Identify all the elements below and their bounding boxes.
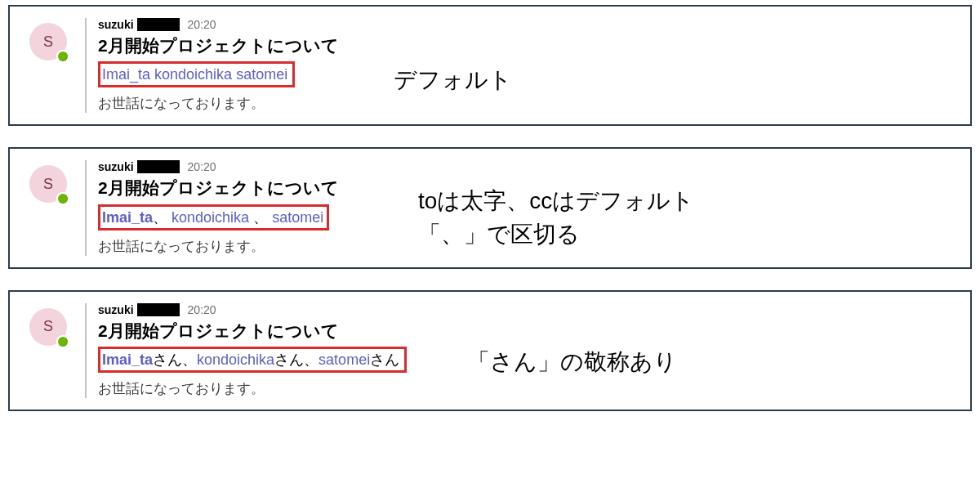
separator: 、: [253, 209, 268, 226]
message-subject: 2月開始プロジェクトについて: [98, 34, 970, 57]
presence-available-icon: [56, 192, 69, 205]
honorific: さん: [370, 351, 399, 368]
timestamp: 20:20: [188, 303, 216, 316]
message-header: suzuki 20:20: [98, 160, 970, 173]
timestamp: 20:20: [188, 160, 216, 173]
quote-bar: [85, 303, 87, 398]
avatar[interactable]: S: [29, 23, 67, 60]
avatar-initial: S: [43, 34, 53, 51]
annotation-label: デフォルト: [394, 64, 512, 97]
message-header: suzuki 20:20: [98, 303, 970, 316]
mention[interactable]: kondoichika: [197, 351, 274, 368]
mention[interactable]: kondoichika: [172, 209, 249, 226]
presence-available-icon: [56, 335, 69, 348]
annotation-label: toは太字、ccはデフォルト 「、」で区切る: [418, 185, 694, 251]
message-body: お世話になっております。: [98, 379, 970, 398]
mention[interactable]: satomei: [272, 209, 323, 226]
mention-line: Imai_ta kondoichika satomei: [98, 60, 970, 87]
mention[interactable]: satomei: [236, 66, 287, 83]
quote-bar: [85, 18, 87, 113]
message-card: S suzuki 20:20 2月開始プロジェクトについて Imai_taさん、…: [8, 290, 972, 411]
avatar-initial: S: [43, 318, 53, 335]
separator: さん、: [153, 351, 197, 368]
presence-available-icon: [56, 50, 69, 63]
message-header: suzuki 20:20: [98, 18, 970, 31]
mention[interactable]: satomei: [318, 351, 370, 368]
redacted-block: [137, 18, 180, 31]
mention[interactable]: Imai_ta: [102, 66, 150, 83]
timestamp: 20:20: [188, 18, 216, 31]
mention-highlight-box: Imai_ta kondoichika satomei: [98, 61, 295, 87]
message-card: S suzuki 20:20 2月開始プロジェクトについて Imai_ta ko…: [8, 5, 972, 126]
message-subject: 2月開始プロジェクトについて: [98, 320, 970, 342]
quote-bar: [85, 160, 87, 255]
avatar[interactable]: S: [29, 308, 67, 346]
separator: さん、: [274, 351, 318, 368]
mention[interactable]: Imai_ta: [102, 351, 153, 368]
message-content: suzuki 20:20 2月開始プロジェクトについて Imai_ta kond…: [98, 18, 970, 113]
sender-name: suzuki: [98, 18, 134, 31]
avatar[interactable]: S: [29, 165, 67, 203]
avatar-initial: S: [43, 176, 53, 193]
mention-highlight-box: Imai_ta、 kondoichika 、 satomei: [98, 204, 329, 231]
separator: 、: [153, 209, 167, 226]
sender-name: suzuki: [98, 160, 134, 173]
redacted-block: [137, 160, 180, 173]
mention-highlight-box: Imai_taさん、kondoichikaさん、satomeiさん: [98, 347, 407, 373]
mention[interactable]: kondoichika: [154, 66, 232, 83]
message-body: お世話になっております。: [98, 94, 970, 113]
mention[interactable]: Imai_ta: [102, 209, 153, 226]
redacted-block: [137, 303, 180, 316]
annotation-label: 「さん」の敬称あり: [467, 346, 677, 379]
message-card: S suzuki 20:20 2月開始プロジェクトについて Imai_ta、 k…: [8, 147, 972, 268]
sender-name: suzuki: [98, 303, 134, 316]
